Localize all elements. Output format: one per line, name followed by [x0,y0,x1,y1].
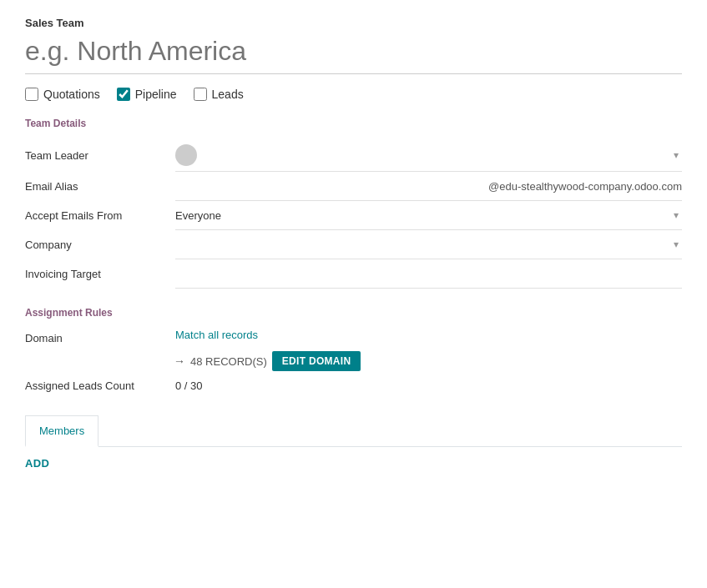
team-leader-input[interactable] [202,149,682,162]
quotations-checkbox[interactable] [25,88,38,101]
pipeline-checkbox[interactable] [117,88,130,101]
accept-emails-from-select[interactable]: Everyone Partners Authenticated Users [175,209,682,222]
domain-match-keyword: Match [175,329,205,341]
invoicing-target-label: Invoicing Target [25,259,175,289]
domain-match-text: Match all records [175,329,682,341]
team-leader-label: Team Leader [25,141,175,170]
pipeline-label: Pipeline [135,88,177,101]
leads-label: Leads [212,88,244,101]
records-row: → 48 RECORD(S) EDIT DOMAIN [174,351,682,371]
avatar [175,144,197,166]
domain-content: Match all records [175,329,682,341]
quotations-checkbox-item[interactable]: Quotations [25,88,100,101]
assigned-leads-label: Assigned Leads Count [25,379,175,392]
company-input[interactable] [175,239,682,251]
team-details-form: Team Leader ▾ Email Alias @edu-stealthyw… [25,139,682,289]
page: Sales Team Quotations Pipeline Leads Tea… [0,0,707,588]
edit-domain-button[interactable]: EDIT DOMAIN [272,351,361,371]
assigned-leads-value: 0 / 30 [175,379,203,392]
team-leader-field[interactable]: ▾ [175,139,682,172]
invoicing-target-field[interactable] [175,259,682,289]
records-count: 48 RECORD(S) [190,355,267,368]
email-alias-prefix-input[interactable] [175,180,483,193]
assignment-rules-header: Assignment Rules [25,307,682,319]
team-name-input[interactable] [25,33,682,74]
chevron-down-icon: ▾ [674,149,679,161]
quotations-label: Quotations [43,88,100,101]
team-details-header: Team Details [25,118,682,129]
add-button[interactable]: ADD [25,447,49,480]
arrow-right-icon: → [174,354,185,368]
invoicing-target-input[interactable] [175,268,682,280]
tab-members[interactable]: Members [25,415,98,447]
email-alias-field[interactable]: @edu-stealthywood-company.odoo.com [175,172,682,201]
domain-all-records: all records [208,329,258,341]
domain-label: Domain [25,329,175,344]
chevron-down-icon-accept: ▾ [674,209,679,221]
pipeline-checkbox-item[interactable]: Pipeline [117,88,177,101]
email-alias-label: Email Alias [25,172,175,201]
domain-row: Domain Match all records [25,329,682,344]
tabs-bar: Members [25,415,682,447]
leads-checkbox[interactable] [194,88,207,101]
company-label: Company [25,230,175,259]
accept-emails-from-field[interactable]: Everyone Partners Authenticated Users ▾ [175,201,682,230]
checkboxes-row: Quotations Pipeline Leads [25,88,682,101]
assigned-leads-row: Assigned Leads Count 0 / 30 [25,379,682,392]
email-alias-suffix: @edu-stealthywood-company.odoo.com [488,180,682,193]
sales-team-label: Sales Team [25,17,682,29]
company-field[interactable]: ▾ [175,230,682,259]
chevron-down-icon-company: ▾ [674,239,679,250]
accept-emails-from-label: Accept Emails From [25,201,175,230]
leads-checkbox-item[interactable]: Leads [194,88,244,101]
